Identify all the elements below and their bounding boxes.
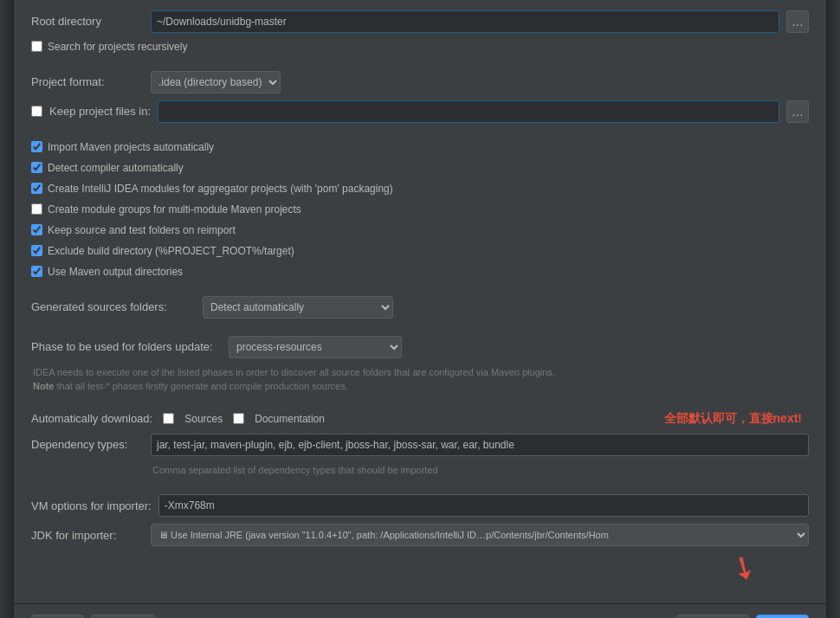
create-module-groups-checkbox[interactable] — [31, 203, 42, 215]
annotation-text: 全部默认即可，直接next! — [664, 411, 809, 427]
phase-select[interactable]: process-resources — [229, 336, 402, 358]
red-arrow-container: ➘ — [31, 550, 809, 586]
exclude-build-dir-label: Exclude build directory (%PROJECT_ROOT%/… — [48, 245, 294, 257]
dependency-types-label: Dependency types: — [31, 438, 144, 451]
hint-line1: IDEA needs to execute one of the listed … — [33, 367, 555, 377]
sources-checkbox[interactable] — [163, 413, 174, 424]
create-intellij-modules-label: Create IntelliJ IDEA modules for aggrega… — [48, 183, 393, 195]
cancel-button[interactable]: Cancel — [91, 615, 155, 618]
project-format-select[interactable]: .idea (directory based) — [151, 71, 281, 93]
use-maven-output-checkbox[interactable] — [31, 266, 42, 277]
use-maven-output-label: Use Maven output directories — [48, 266, 183, 278]
root-directory-row: Root directory … — [31, 10, 809, 33]
import-maven-label: Import Maven projects automatically — [48, 141, 214, 153]
dependency-types-row: Dependency types: — [31, 434, 809, 456]
sources-label: Sources — [184, 413, 223, 425]
keep-source-folders-checkbox[interactable] — [31, 224, 42, 235]
keep-files-browse-button[interactable]: … — [786, 100, 809, 123]
help-button[interactable]: Help — [31, 615, 84, 618]
auto-download-label: Automatically download: — [31, 412, 152, 425]
keep-project-files-label: Keep project files in: — [49, 105, 151, 118]
import-maven-checkbox[interactable] — [31, 141, 42, 152]
create-module-groups-label: Create module groups for multi-module Ma… — [48, 203, 301, 216]
generated-sources-select[interactable]: Detect automatically — [203, 296, 393, 319]
exclude-build-dir-checkbox[interactable] — [31, 245, 42, 256]
detect-compiler-checkbox[interactable] — [31, 162, 42, 173]
cb3-row: Create IntelliJ IDEA modules for aggrega… — [31, 182, 809, 196]
hint-line2: that all test-* phases firstly generate … — [57, 381, 348, 391]
import-project-dialog: Import Project Root directory … Search f… — [13, 0, 827, 618]
hint-text: IDEA needs to execute one of the listed … — [31, 365, 809, 394]
root-directory-label: Root directory — [31, 15, 144, 28]
footer-left-buttons: Help Cancel — [31, 615, 155, 618]
cb7-row: Use Maven output directories — [31, 265, 809, 279]
documentation-checkbox[interactable] — [233, 413, 244, 424]
vm-options-row: VM options for importer: — [31, 494, 809, 517]
keep-project-files-row: Keep project files in: … — [31, 100, 809, 123]
auto-download-section: Automatically download: Sources Document… — [31, 411, 809, 427]
generated-sources-row: Generated sources folders: Detect automa… — [31, 296, 809, 319]
keep-project-files-checkbox[interactable] — [31, 106, 42, 117]
cb1-row: Import Maven projects automatically — [31, 140, 809, 154]
documentation-label: Documentation — [255, 413, 325, 425]
dependency-types-hint: Comma separated list of dependency types… — [31, 463, 809, 478]
keep-source-folders-label: Keep source and test folders on reimport — [48, 224, 236, 236]
search-recursively-row: Search for projects recursively — [31, 40, 809, 54]
hint-note: Note — [33, 381, 57, 391]
create-intellij-modules-checkbox[interactable] — [31, 183, 42, 194]
keep-project-files-input[interactable] — [158, 100, 779, 123]
jdk-importer-label: JDK for importer: — [31, 529, 144, 542]
project-format-label: Project format: — [31, 75, 144, 88]
footer-right-buttons: Previous Next — [676, 615, 809, 618]
jdk-importer-row: JDK for importer: 🖥 Use Internal JRE (ja… — [31, 524, 809, 546]
auto-download-row: Automatically download: Sources Document… — [31, 412, 664, 425]
cb4-row: Create module groups for multi-module Ma… — [31, 203, 809, 216]
vm-options-label: VM options for importer: — [31, 499, 152, 512]
search-recursively-checkbox[interactable] — [31, 41, 42, 52]
root-directory-input[interactable] — [151, 10, 779, 33]
cb6-row: Exclude build directory (%PROJECT_ROOT%/… — [31, 244, 809, 258]
vm-options-input[interactable] — [158, 494, 809, 517]
phase-label: Phase to be used for folders update: — [31, 340, 222, 353]
next-button[interactable]: Next — [756, 615, 809, 618]
jdk-importer-select[interactable]: 🖥 Use Internal JRE (java version "11.0.4… — [151, 524, 809, 546]
detect-compiler-label: Detect compiler automatically — [48, 162, 184, 174]
cb5-row: Keep source and test folders on reimport — [31, 223, 809, 237]
previous-button[interactable]: Previous — [676, 615, 750, 618]
dependency-types-input[interactable] — [151, 434, 809, 456]
cb2-row: Detect compiler automatically — [31, 161, 809, 175]
phase-row: Phase to be used for folders update: pro… — [31, 336, 809, 358]
browse-button[interactable]: … — [786, 10, 809, 33]
main-content: Root directory … Search for projects rec… — [14, 0, 826, 600]
red-arrow-icon: ➘ — [724, 546, 765, 590]
project-format-row: Project format: .idea (directory based) — [31, 71, 809, 93]
footer: Help Cancel Previous Next — [14, 603, 826, 618]
search-recursively-label: Search for projects recursively — [48, 41, 187, 53]
generated-sources-label: Generated sources folders: — [31, 300, 196, 313]
